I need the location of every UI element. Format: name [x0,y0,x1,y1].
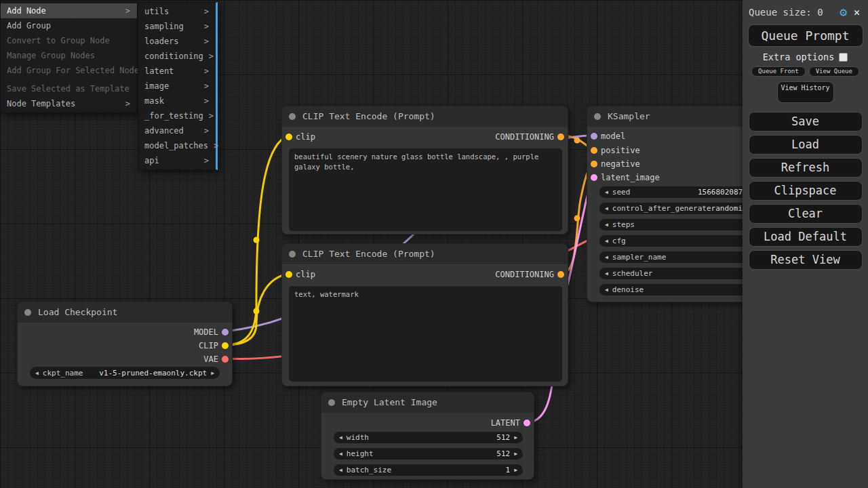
collapse-dot-icon[interactable] [594,113,601,120]
decrement-icon[interactable]: ◀ [605,254,608,260]
save-button[interactable]: Save [749,112,863,131]
decrement-icon[interactable]: ◀ [339,451,342,457]
clip-slot-dot[interactable] [285,271,292,278]
menu-item-add-group[interactable]: Add Group [1,18,137,33]
submenu-item-api[interactable]: api > [138,153,216,168]
node-titlebar[interactable]: Empty Latent Image [321,392,534,413]
menu-item-label: Manage Group Nodes [7,48,95,63]
next-option-icon[interactable]: ▶ [211,370,214,376]
widget-scheduler[interactable]: ◀ scheduler ▶ [599,268,755,279]
widget-value[interactable]: 1566802087 [698,188,743,197]
view-history-button[interactable]: View History [777,81,834,103]
queue-prompt-button[interactable]: Queue Prompt [748,24,863,47]
reset-view-button[interactable]: Reset View [749,250,863,270]
node-load-checkpoint[interactable]: Load Checkpoint MODEL CLIP VAE ◀ ckpt_na… [17,302,233,386]
widget-height[interactable]: ◀ height 512 ▶ [334,448,523,460]
decrement-icon[interactable]: ◀ [605,222,608,228]
close-icon[interactable]: ✕ [854,6,860,18]
model-slot-dot[interactable] [591,133,597,140]
prev-option-icon[interactable]: ◀ [35,370,39,376]
node-titlebar[interactable]: CLIP Text Encode (Prompt) [282,244,568,264]
widget-sampler-name[interactable]: ◀ sampler_name ▶ [599,251,755,263]
menu-item-add-node[interactable]: Add Node > [1,3,137,18]
node-clip-text-encode-positive[interactable]: CLIP Text Encode (Prompt) clip CONDITION… [281,106,568,235]
clipspace-button[interactable]: Clipspace [749,181,863,201]
conditioning-slot-dot[interactable] [591,161,597,167]
submenu-item-for-testing[interactable]: _for_testing > [138,108,216,123]
widget-label: steps [612,220,635,229]
load-button[interactable]: Load [749,135,863,155]
widget-ckpt-name[interactable]: ◀ ckpt_name v1-5-pruned-emaonly.ckpt ▶ [30,367,220,379]
submenu-item-sampling[interactable]: sampling > [138,19,216,34]
collapse-dot-icon[interactable] [24,309,31,316]
conditioning-slot-dot[interactable] [557,134,564,140]
wire-midpoint-dot[interactable] [254,308,260,314]
decrement-icon[interactable]: ◀ [605,270,608,277]
node-titlebar[interactable]: Load Checkpoint [18,302,232,323]
decrement-icon[interactable]: ◀ [339,434,342,441]
submenu-arrow-icon: > [209,49,214,64]
widget-denoise[interactable]: ◀ denoise ▶ [599,284,755,296]
collapse-dot-icon[interactable] [289,251,296,258]
node-graph-canvas[interactable]: CLIP Text Encode (Prompt) clip CONDITION… [0,0,868,488]
submenu-arrow-icon: > [204,34,209,49]
clip-slot-dot[interactable] [222,342,229,349]
wire-midpoint-dot[interactable] [254,237,260,243]
submenu-item-model-patches[interactable]: model_patches > [138,138,216,153]
submenu-item-advanced[interactable]: advanced > [138,123,216,138]
decrement-icon[interactable]: ◀ [605,287,608,293]
submenu-item-utils[interactable]: utils > [138,4,216,19]
prompt-textarea[interactable]: beautiful scenery nature glass bottle la… [289,148,562,231]
collapse-dot-icon[interactable] [289,113,296,120]
clip-slot-dot[interactable] [285,134,292,140]
menu-item-node-templates[interactable]: Node Templates > [1,96,137,111]
widget-seed[interactable]: ◀ seed 1566802087 ▶ [599,186,755,198]
widget-value[interactable]: 1 [506,466,511,474]
node-empty-latent-image[interactable]: Empty Latent Image LATENT ◀ width 512 ▶ … [321,392,534,480]
load-default-button[interactable]: Load Default [749,227,863,247]
widget-cfg[interactable]: ◀ cfg ▶ [599,235,755,247]
node-titlebar[interactable]: CLIP Text Encode (Prompt) [282,106,568,127]
comfy-menu-panel: Queue size: 0 ⚙ ✕ Queue Prompt Extra opt… [743,0,868,488]
widget-steps[interactable]: ◀ steps ▶ [599,219,755,230]
menu-item-label: advanced [144,123,184,138]
widget-value[interactable]: v1-5-pruned-emaonly.ckpt [99,369,207,378]
submenu-item-conditioning[interactable]: conditioning > [138,49,216,64]
latent-slot-dot[interactable] [524,420,530,426]
prompt-textarea[interactable]: text, watermark [289,286,562,382]
node-ksampler[interactable]: KSampler model positive negative latent_… [587,106,763,302]
extra-options-checkbox[interactable] [839,53,848,62]
decrement-icon[interactable]: ◀ [339,467,342,473]
queue-front-button[interactable]: Queue Front [751,66,806,77]
widget-value[interactable]: 512 [496,433,510,442]
widget-value[interactable]: 512 [496,449,510,458]
submenu-item-image[interactable]: image > [138,79,216,94]
conditioning-slot-dot[interactable] [591,147,597,154]
node-clip-text-encode-negative[interactable]: CLIP Text Encode (Prompt) clip CONDITION… [281,243,568,386]
settings-gear-icon[interactable]: ⚙ [840,6,847,18]
submenu-item-mask[interactable]: mask > [138,94,216,108]
submenu-item-loaders[interactable]: loaders > [138,34,216,49]
increment-icon[interactable]: ▶ [514,451,517,457]
wire-midpoint-dot[interactable] [574,216,580,222]
decrement-icon[interactable]: ◀ [605,205,608,211]
wire-midpoint-dot[interactable] [574,138,580,144]
latent-slot-dot[interactable] [591,174,597,181]
increment-icon[interactable]: ▶ [514,467,517,473]
view-queue-button[interactable]: View Queue [809,66,859,77]
widget-control-after-generate[interactable]: ◀ control_after_generate randomize ▶ [599,203,755,214]
model-slot-dot[interactable] [222,329,229,336]
decrement-icon[interactable]: ◀ [605,238,608,244]
submenu-arrow-icon: > [204,153,209,168]
decrement-icon[interactable]: ◀ [605,189,608,195]
collapse-dot-icon[interactable] [328,399,335,406]
clear-button[interactable]: Clear [749,204,863,224]
widget-width[interactable]: ◀ width 512 ▶ [334,432,523,443]
widget-batch-size[interactable]: ◀ batch_size 1 ▶ [334,464,523,476]
refresh-button[interactable]: Refresh [749,158,863,178]
vae-slot-dot[interactable] [222,356,229,363]
submenu-item-latent[interactable]: latent > [138,64,216,79]
increment-icon[interactable]: ▶ [514,434,517,441]
node-titlebar[interactable]: KSampler [587,106,762,127]
conditioning-slot-dot[interactable] [557,271,564,278]
